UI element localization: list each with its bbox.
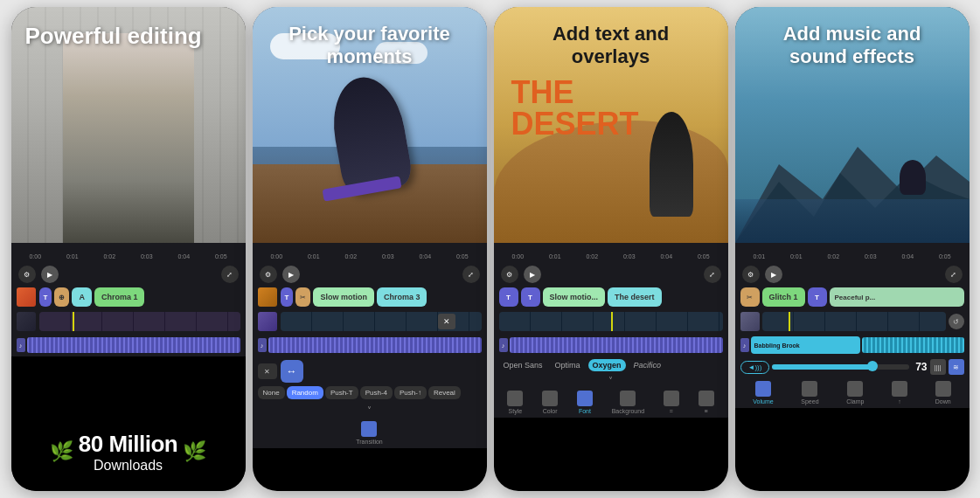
trans-random[interactable]: Random [287, 386, 323, 399]
font-oxygen[interactable]: Oxygen [588, 359, 626, 371]
scissors-icon: ✂ [295, 287, 310, 307]
trans-reveal[interactable]: Reveal [428, 386, 461, 399]
trans-pusht[interactable]: Push-T [325, 386, 358, 399]
waveform-row-4: ♪ Babbling Brook [735, 334, 970, 356]
close-icon[interactable]: ✕ [258, 363, 277, 379]
card4-title: Add music and sound effects [765, 23, 940, 69]
track-thumb-3 [258, 287, 277, 307]
chevron-down[interactable]: ˅ [367, 405, 372, 415]
card4-bottom-nav: Volume Speed Clamp ↑ Down [735, 377, 970, 408]
volume-slider[interactable] [772, 364, 909, 370]
clip-glitch1[interactable]: Glitch 1 [762, 287, 805, 307]
track-thumb-7 [740, 312, 760, 331]
laurel-decoration: 🌿 80 Million Downloads 🌿 [50, 431, 206, 474]
nav-volume[interactable]: Volume [753, 381, 773, 405]
loop-icon[interactable]: ↺ [949, 314, 964, 329]
phone-card-2: Pick your favorite moments 0:00 0:01 0:0… [253, 7, 487, 491]
nav-align-label: = [670, 408, 673, 414]
card2-timeline: 0:00 0:01 0:02 0:03 0:04 0:05 ⚙ ▶ ⤢ T ✂ … [253, 243, 487, 448]
play-icon-4[interactable]: ▶ [765, 266, 782, 283]
play-icon-3[interactable]: ▶ [524, 266, 541, 283]
list-nav-icon [699, 391, 714, 406]
nav-transition[interactable]: Transition [356, 421, 382, 445]
nav-speed[interactable]: Speed [801, 381, 818, 405]
clip-slow-motion-2[interactable]: Slow motio... [543, 287, 606, 307]
chevron-down-3[interactable]: ˅ [608, 376, 613, 385]
nav-color-label: Color [543, 408, 558, 414]
waveform-row-3: ♪ [494, 334, 728, 356]
expand-icon-2[interactable]: ⤢ [462, 266, 480, 283]
sitting-person [900, 160, 926, 195]
nav-color[interactable]: Color [542, 391, 558, 414]
play-icon-2[interactable]: ▶ [282, 266, 300, 283]
clamp-nav-icon [847, 381, 863, 397]
babbling-brook-clip[interactable]: Babbling Brook [751, 336, 860, 354]
volume-number: 73 [915, 361, 927, 373]
waveform-audio-2 [268, 337, 482, 353]
settings-icon-4[interactable]: ⚙ [742, 266, 760, 283]
transition-toolbar: ✕ ↔ None Random Push-T Push-4 Push-↑ Rev… [253, 356, 487, 403]
settings-icon-2[interactable]: ⚙ [260, 266, 277, 283]
clip-icon-2: ⊕ [54, 287, 69, 307]
clip-chroma1[interactable]: Chroma 1 [94, 287, 145, 307]
clip-T-icon: T [39, 287, 52, 307]
video-thumbnails-4 [762, 312, 946, 331]
track-row-3: T ✂ Slow motion Chroma 3 [253, 285, 487, 309]
card3-title: Add text and overlays [524, 23, 699, 69]
card1-title: Powerful editing [25, 23, 202, 50]
track-row-2 [11, 309, 246, 334]
play-icon[interactable]: ▶ [41, 266, 59, 283]
nav-up[interactable]: ↑ [892, 381, 907, 405]
settings-icon[interactable]: ⚙ [18, 266, 36, 283]
track-row-5: T T Slow motio... The desert [494, 285, 728, 309]
expand-icon-3[interactable]: ⤢ [704, 266, 721, 283]
laurel-left: 🌿 [50, 440, 73, 463]
timeline-ticks-3: 0:00 0:01 0:02 0:03 0:04 0:05 [494, 248, 728, 264]
font-optima[interactable]: Optima [551, 359, 585, 371]
transition-icon[interactable]: ↔ [281, 360, 303, 383]
card3-controls: ⚙ ▶ ⤢ [494, 264, 728, 285]
waveform-audio [27, 337, 240, 353]
speed-nav-icon [802, 381, 817, 397]
transition-nav-icon [361, 421, 377, 437]
font-open-sans[interactable]: Open Sans [499, 359, 547, 371]
nav-font[interactable]: Font [577, 391, 593, 414]
nav-clamp-label: Clamp [846, 398, 864, 405]
card2-bottom-nav: Transition [253, 418, 487, 448]
trans-pushu[interactable]: Push-↑ [394, 386, 427, 399]
font-pacifico[interactable]: Pacifico [629, 359, 666, 371]
volume-btn[interactable]: ◄))) [740, 361, 770, 374]
nav-align[interactable]: = [664, 391, 679, 414]
bars-icon[interactable]: |||| [930, 359, 946, 375]
style-nav-icon [507, 391, 523, 406]
nav-style[interactable]: Style [507, 391, 523, 414]
bg-nav-icon [620, 391, 636, 406]
clip-A[interactable]: A [72, 287, 92, 307]
card1-hero: Powerful editing [11, 7, 246, 243]
music-icon-3: ♪ [499, 338, 508, 352]
t-icon-4: T [521, 287, 540, 307]
bottom-chevron-3: ˅ [494, 374, 728, 387]
screenshots-container: Powerful editing 0:00 0:01 0:02 0:03 0:0… [4, 0, 977, 498]
clip-peaceful[interactable]: Peaceful p... [830, 287, 964, 307]
clip-slow-motion[interactable]: Slow motion [313, 287, 374, 307]
expand-icon-4[interactable]: ⤢ [945, 266, 963, 283]
clip-the-desert[interactable]: The desert [608, 287, 662, 307]
card3-hero: Add text and overlays THEDESERT [494, 7, 728, 243]
trans-none[interactable]: None [258, 386, 285, 399]
clip-chroma3[interactable]: Chroma 3 [377, 287, 427, 307]
settings-icon-3[interactable]: ⚙ [501, 266, 518, 283]
nav-down[interactable]: Down [935, 381, 951, 405]
nav-volume-label: Volume [753, 398, 773, 405]
eq-icon[interactable]: ≋ [949, 359, 964, 375]
nav-background[interactable]: Background [612, 391, 644, 414]
trans-push4[interactable]: Push-4 [360, 386, 393, 399]
nav-clamp[interactable]: Clamp [846, 381, 864, 405]
delete-icon[interactable]: ✕ [438, 314, 455, 329]
track-row-1: T ⊕ A Chroma 1 [11, 285, 246, 309]
nav-list[interactable]: ≡ [699, 391, 714, 414]
track-row-7: ✂ Glitch 1 T Peaceful p... [735, 285, 970, 309]
expand-icon[interactable]: ⤢ [221, 266, 239, 283]
card2-title: Pick your favorite moments [282, 23, 457, 69]
waveform-audio-4 [862, 337, 964, 353]
